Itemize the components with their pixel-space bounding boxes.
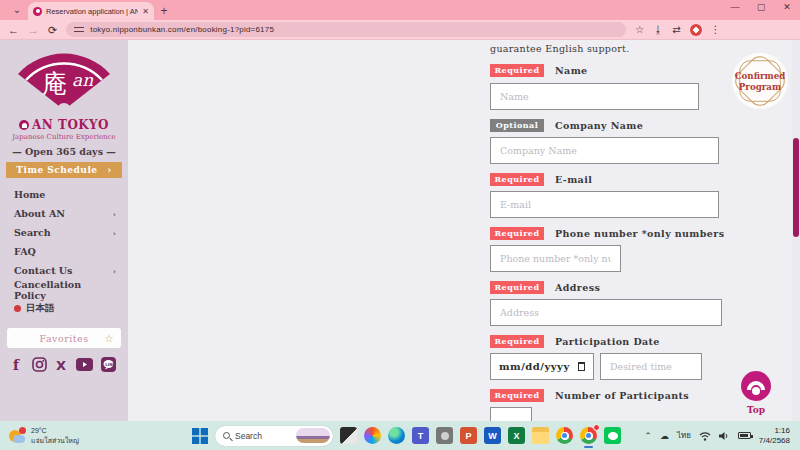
search-highlight-image — [296, 428, 330, 443]
address-input[interactable] — [490, 299, 722, 326]
scrollbar-thumb[interactable] — [793, 138, 799, 237]
youtube-icon[interactable] — [76, 358, 93, 371]
wifi-icon[interactable] — [699, 431, 711, 441]
sidebar-item-japanese[interactable]: 日本語 — [14, 299, 128, 318]
sidebar-item-about[interactable]: About AN› — [14, 204, 128, 223]
reload-button[interactable]: ⟳ — [48, 21, 57, 39]
site-settings-icon[interactable] — [74, 26, 84, 34]
intro-text: guarantee English support. — [490, 43, 630, 54]
task-view-button[interactable] — [340, 427, 357, 444]
sidebar-item-home[interactable]: Home — [14, 185, 128, 204]
field-name-header: Required Name — [490, 64, 588, 77]
chrome-icon[interactable] — [556, 427, 573, 444]
back-to-top-button[interactable]: Top — [738, 370, 774, 415]
address-bar[interactable]: tokyo.nipponbunkan.com/en/booking-1?pid=… — [66, 22, 626, 37]
browser-tabstrip: ⌄ Reservation application | AN TO ✕ + — … — [0, 0, 800, 20]
site-favicon-icon — [33, 7, 42, 16]
required-badge: Required — [490, 227, 544, 240]
excel-icon[interactable]: X — [508, 427, 525, 444]
edge-icon[interactable] — [388, 427, 405, 444]
svg-text:f: f — [13, 358, 20, 372]
tray-chevron-icon[interactable]: ⌃ — [644, 431, 652, 441]
sidebar-nav: Home About AN› Search› FAQ Contact Us› C… — [14, 185, 128, 318]
weather-icon — [8, 427, 26, 445]
participation-date-input[interactable]: mm/dd/yyyy — [490, 353, 594, 380]
favorites-button[interactable]: Favorites ☆ — [7, 328, 121, 348]
window-maximize-button[interactable]: ▢ — [748, 0, 774, 16]
window-minimize-button[interactable]: — — [722, 0, 748, 16]
field-phone-header: Required Phone number *only numbers — [490, 227, 724, 240]
phone-input[interactable] — [490, 245, 621, 272]
bookmark-star-icon[interactable]: ☆ — [635, 24, 644, 35]
an-mark-icon — [19, 120, 29, 130]
time-schedule-button[interactable]: Time Schedule › — [6, 162, 122, 178]
japan-flag-icon — [14, 305, 21, 312]
back-button[interactable]: ← — [8, 21, 19, 39]
onedrive-cloud-icon[interactable]: ☁ — [660, 431, 669, 441]
tab-close-icon[interactable]: ✕ — [142, 7, 149, 16]
file-explorer-icon[interactable] — [532, 427, 549, 444]
teams-icon[interactable]: T — [412, 427, 429, 444]
browser-tab[interactable]: Reservation application | AN TO ✕ — [28, 2, 154, 20]
required-badge: Required — [490, 173, 544, 186]
calendar-icon[interactable] — [578, 362, 585, 371]
email-input[interactable] — [490, 191, 719, 218]
company-name-input[interactable] — [490, 137, 719, 164]
sidebar-item-contact[interactable]: Contact Us› — [14, 261, 128, 280]
top-fan-icon — [740, 370, 772, 402]
word-icon[interactable]: W — [484, 427, 501, 444]
name-input[interactable] — [490, 83, 699, 110]
confirmed-program-badge: Confirmed Program — [731, 52, 789, 110]
start-button[interactable] — [192, 428, 208, 444]
translate-icon[interactable]: ⇄ — [672, 24, 680, 35]
field-email-header: Required E-mail — [490, 173, 592, 186]
volume-icon[interactable] — [719, 431, 730, 441]
brand-tagline: Japanese Culture Experience — [0, 133, 128, 141]
page-viewport: 庵 an AN TOKYO Japanese Culture Experienc… — [0, 40, 800, 421]
download-icon[interactable]: ⭳ — [653, 24, 663, 35]
sidebar-item-faq[interactable]: FAQ — [14, 242, 128, 261]
instagram-icon[interactable] — [32, 357, 47, 372]
battery-icon[interactable] — [738, 432, 751, 439]
window-close-button[interactable]: ✕ — [774, 0, 800, 16]
sidebar-item-search[interactable]: Search› — [14, 223, 128, 242]
weather-desc: แจ่มใสส่วนใหญ่ — [31, 436, 79, 445]
system-tray: ⌃ ☁ ไทย 1:16 7/4/2568 — [644, 426, 800, 446]
required-badge: Required — [490, 335, 544, 348]
copilot-icon[interactable] — [364, 427, 381, 444]
brand-name[interactable]: AN TOKYO — [0, 118, 128, 132]
taskbar-search[interactable]: Search — [215, 426, 333, 446]
chevron-right-icon: › — [108, 165, 112, 175]
field-label: Address — [555, 282, 600, 293]
field-address-header: Required Address — [490, 281, 600, 294]
desktop-screen: ⌄ Reservation application | AN TO ✕ + — … — [0, 0, 800, 450]
camera-icon[interactable] — [436, 427, 453, 444]
participants-input[interactable] — [490, 407, 532, 421]
windows-taskbar: 29°C แจ่มใสส่วนใหญ่ Search T P W X — [0, 421, 800, 450]
facebook-icon[interactable]: f — [12, 358, 24, 372]
weather-widget[interactable]: 29°C แจ่มใสส่วนใหญ่ — [8, 426, 188, 444]
svg-text:LINE: LINE — [105, 362, 115, 367]
search-icon — [223, 432, 230, 439]
line-icon[interactable]: LINE — [101, 357, 116, 372]
line-app-icon[interactable] — [604, 427, 621, 444]
language-indicator[interactable]: ไทย — [677, 429, 691, 442]
new-tab-button[interactable]: + — [154, 2, 174, 20]
browser-menu-icon[interactable]: ⋮ — [711, 24, 721, 35]
field-label: Number of Participants — [555, 390, 689, 401]
tab-search-icon[interactable]: ⌄ — [6, 2, 28, 18]
forward-button[interactable]: → — [28, 21, 39, 39]
page-scrollbar[interactable] — [792, 40, 800, 421]
powerpoint-icon[interactable]: P — [460, 427, 477, 444]
svg-text:Program: Program — [739, 82, 781, 92]
field-date-header: Required Participation Date — [490, 335, 660, 348]
profile-avatar[interactable] — [690, 24, 702, 36]
chrome-active-icon[interactable] — [580, 427, 597, 444]
taskbar-clock[interactable]: 1:16 7/4/2568 — [759, 426, 790, 446]
fan-logo[interactable]: 庵 an — [8, 50, 120, 116]
chevron-right-icon: › — [113, 209, 116, 219]
x-icon[interactable]: X — [55, 358, 69, 371]
tab-title: Reservation application | AN TO — [46, 7, 138, 16]
sidebar-item-cancellation-policy[interactable]: Cancellation Policy — [14, 280, 128, 299]
desired-time-input[interactable] — [600, 353, 702, 380]
